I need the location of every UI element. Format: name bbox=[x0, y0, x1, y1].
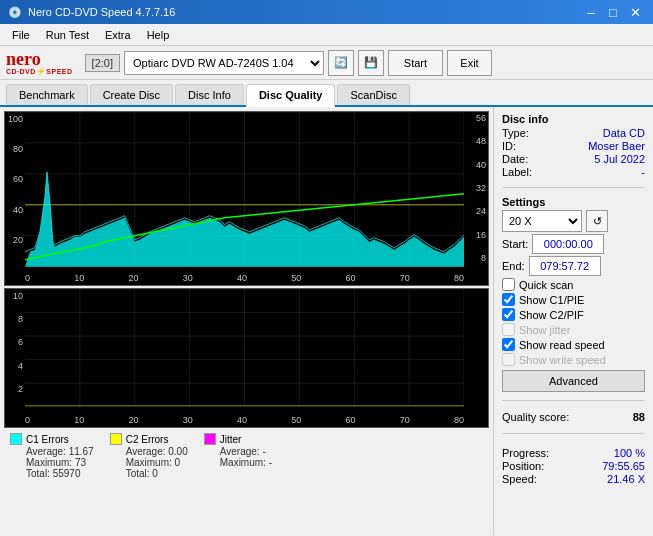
c2-total-value: 0 bbox=[152, 468, 158, 479]
legend-c2: C2 Errors Average: 0.00 Maximum: 0 Total… bbox=[110, 433, 188, 479]
chart-bottom-x-labels: 0 10 20 30 40 50 60 70 80 bbox=[25, 415, 464, 425]
disc-label-value: - bbox=[641, 166, 645, 178]
disc-type-row: Type: Data CD bbox=[502, 127, 645, 139]
c2-avg-value: 0.00 bbox=[168, 446, 187, 457]
speed-value: 21.46 X bbox=[607, 473, 645, 485]
right-panel: Disc info Type: Data CD ID: Moser Baer D… bbox=[493, 107, 653, 535]
show-c1pie-checkbox[interactable] bbox=[502, 293, 515, 306]
legend-jitter: Jitter Average: - Maximum: - bbox=[204, 433, 272, 479]
quality-score-value: 88 bbox=[633, 411, 645, 423]
quick-scan-row: Quick scan bbox=[502, 278, 645, 291]
show-c2pif-checkbox[interactable] bbox=[502, 308, 515, 321]
toolbar: nero CD·DVD⚡SPEED [2:0] Optiarc DVD RW A… bbox=[0, 46, 653, 80]
show-write-speed-row: Show write speed bbox=[502, 353, 645, 366]
c1-color-swatch bbox=[10, 433, 22, 445]
speed-label: Speed: bbox=[502, 473, 537, 485]
nero-logo: nero CD·DVD⚡SPEED bbox=[6, 50, 73, 76]
exit-button[interactable]: Exit bbox=[447, 50, 492, 76]
save-icon-btn[interactable]: 💾 bbox=[358, 50, 384, 76]
disc-date-label: Date: bbox=[502, 153, 528, 165]
chart-top-x-labels: 0 10 20 30 40 50 60 70 80 bbox=[25, 273, 464, 283]
c1-avg-value: 11.67 bbox=[69, 446, 94, 457]
c2-max-value: 0 bbox=[175, 457, 181, 468]
c1-label: C1 Errors bbox=[26, 434, 69, 445]
start-time-row: Start: bbox=[502, 234, 645, 254]
c2-label: C2 Errors bbox=[126, 434, 169, 445]
menu-file[interactable]: File bbox=[4, 24, 38, 45]
jitter-color-swatch bbox=[204, 433, 216, 445]
disc-id-row: ID: Moser Baer bbox=[502, 140, 645, 152]
end-time-row: End: bbox=[502, 256, 645, 276]
disc-info-section: Disc info Type: Data CD ID: Moser Baer D… bbox=[502, 113, 645, 179]
show-c1pie-label[interactable]: Show C1/PIE bbox=[519, 294, 584, 306]
settings-title: Settings bbox=[502, 196, 645, 208]
progress-value: 100 % bbox=[614, 447, 645, 459]
divider-2 bbox=[502, 400, 645, 401]
start-button[interactable]: Start bbox=[388, 50, 443, 76]
show-jitter-checkbox[interactable] bbox=[502, 323, 515, 336]
speed-select[interactable]: 20 X Max 8 X 16 X 40 X bbox=[502, 210, 582, 232]
jitter-max-value: - bbox=[269, 457, 272, 468]
c2-max-label: Maximum: bbox=[126, 457, 172, 468]
c1-avg-label: Average: bbox=[26, 446, 66, 457]
tab-disc-info[interactable]: Disc Info bbox=[175, 84, 244, 105]
quality-score-row: Quality score: 88 bbox=[502, 411, 645, 423]
show-c1pie-row: Show C1/PIE bbox=[502, 293, 645, 306]
disc-info-title: Disc info bbox=[502, 113, 645, 125]
c1-max-value: 73 bbox=[75, 457, 86, 468]
disc-date-row: Date: 5 Jul 2022 bbox=[502, 153, 645, 165]
c2-color-swatch bbox=[110, 433, 122, 445]
show-read-speed-checkbox[interactable] bbox=[502, 338, 515, 351]
nero-logo-sub: CD·DVD⚡SPEED bbox=[6, 68, 73, 76]
settings-refresh-btn[interactable]: ↺ bbox=[586, 210, 608, 232]
quick-scan-checkbox[interactable] bbox=[502, 278, 515, 291]
tab-create-disc[interactable]: Create Disc bbox=[90, 84, 173, 105]
divider-1 bbox=[502, 187, 645, 188]
menu-extra[interactable]: Extra bbox=[97, 24, 139, 45]
chart-top-svg bbox=[25, 112, 464, 267]
show-write-speed-checkbox[interactable] bbox=[502, 353, 515, 366]
disc-type-label: Type: bbox=[502, 127, 529, 139]
divider-3 bbox=[502, 433, 645, 434]
legend-c1: C1 Errors Average: 11.67 Maximum: 73 Tot… bbox=[10, 433, 94, 479]
c1-total-value: 55970 bbox=[53, 468, 81, 479]
chart-top: 100 80 60 40 20 56 48 40 32 24 16 8 bbox=[4, 111, 489, 286]
refresh-icon-btn[interactable]: 🔄 bbox=[328, 50, 354, 76]
disc-label-row: Label: - bbox=[502, 166, 645, 178]
position-label: Position: bbox=[502, 460, 544, 472]
refresh-icon: 🔄 bbox=[334, 56, 348, 69]
tabs-bar: Benchmark Create Disc Disc Info Disc Qua… bbox=[0, 80, 653, 107]
chart-bottom: 10 8 6 4 2 bbox=[4, 288, 489, 428]
title-bar-left: 💿 Nero CD-DVD Speed 4.7.7.16 bbox=[8, 6, 175, 19]
show-write-speed-label: Show write speed bbox=[519, 354, 606, 366]
menu-bar: File Run Test Extra Help bbox=[0, 24, 653, 46]
tab-benchmark[interactable]: Benchmark bbox=[6, 84, 88, 105]
show-read-speed-label[interactable]: Show read speed bbox=[519, 339, 605, 351]
jitter-label: Jitter bbox=[220, 434, 242, 445]
maximize-button[interactable]: □ bbox=[603, 3, 623, 21]
drive-select[interactable]: Optiarc DVD RW AD-7240S 1.04 bbox=[124, 51, 324, 75]
end-time-input[interactable] bbox=[529, 256, 601, 276]
jitter-avg-value: - bbox=[262, 446, 265, 457]
c2-avg-label: Average: bbox=[126, 446, 166, 457]
disc-id-label: ID: bbox=[502, 140, 516, 152]
tab-scan-disc[interactable]: ScanDisc bbox=[337, 84, 409, 105]
disc-date-value: 5 Jul 2022 bbox=[594, 153, 645, 165]
tab-disc-quality[interactable]: Disc Quality bbox=[246, 84, 336, 107]
speed-row-progress: Speed: 21.46 X bbox=[502, 473, 645, 485]
start-time-input[interactable] bbox=[532, 234, 604, 254]
disc-type-value: Data CD bbox=[603, 127, 645, 139]
show-c2pif-label[interactable]: Show C2/PIF bbox=[519, 309, 584, 321]
minimize-button[interactable]: – bbox=[581, 3, 601, 21]
quick-scan-label[interactable]: Quick scan bbox=[519, 279, 573, 291]
advanced-button[interactable]: Advanced bbox=[502, 370, 645, 392]
menu-run-test[interactable]: Run Test bbox=[38, 24, 97, 45]
title-bar: 💿 Nero CD-DVD Speed 4.7.7.16 – □ ✕ bbox=[0, 0, 653, 24]
close-button[interactable]: ✕ bbox=[625, 3, 645, 21]
disc-label-label: Label: bbox=[502, 166, 532, 178]
nero-logo-text: nero bbox=[6, 50, 73, 68]
progress-label: Progress: bbox=[502, 447, 549, 459]
menu-help[interactable]: Help bbox=[139, 24, 178, 45]
quality-score-label: Quality score: bbox=[502, 411, 569, 423]
show-jitter-label: Show jitter bbox=[519, 324, 570, 336]
